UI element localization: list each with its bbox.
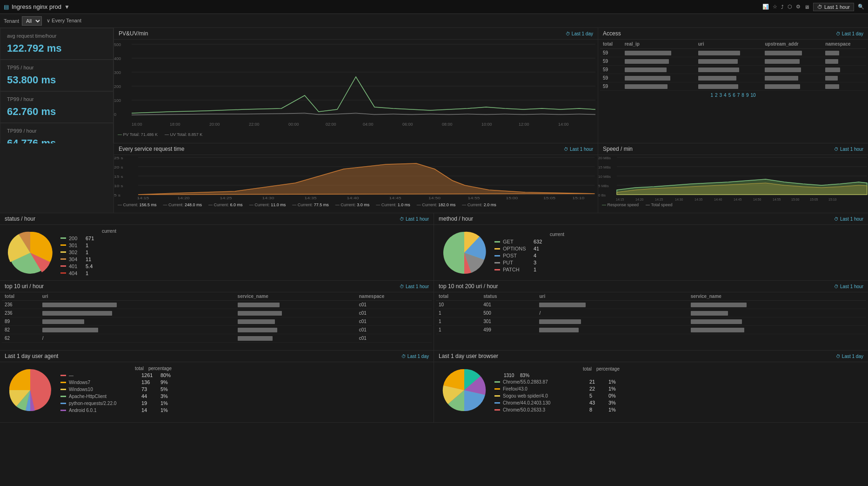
tenant-label: Tenant	[4, 18, 19, 24]
service-chart-panel: Every service request time Last 1 hour 2…	[114, 143, 598, 213]
status-time-badge[interactable]: Last 1 hour	[400, 216, 429, 222]
user-agent-legend: total percentage — 1261 80% Windows7 136…	[60, 366, 172, 414]
chart-icon[interactable]: 📊	[762, 4, 769, 10]
tenant-selector[interactable]: Tenant All	[4, 16, 42, 26]
pv-chart-area: 500 400 300 200 100 0 16:00 18:00 20:00 …	[114, 40, 598, 130]
tp99-panel: TP99 / hour 62.760 ms	[0, 91, 114, 123]
speed-header: Speed / min Last 1 hour	[598, 143, 868, 155]
svg-text:200: 200	[114, 84, 121, 89]
external-icon[interactable]: ⬡	[788, 4, 792, 10]
pv-title: PV&UV/min	[119, 30, 148, 37]
legend-302: 302 1	[60, 250, 116, 255]
svg-text:5 MBs: 5 MBs	[598, 184, 609, 188]
col-namespace: namespace	[822, 40, 866, 49]
avg-request-panel: avg request time/hour 122.792 ms	[0, 28, 114, 60]
svg-text:14:55: 14:55	[773, 198, 781, 201]
pv-legend-pv: — PV Total: 71.486 K	[118, 132, 158, 137]
legend-200: 200 671	[60, 236, 116, 241]
top10-not200-table-area: total status uri service_name 10 401	[434, 292, 868, 334]
app-title: Ingress nginx prod	[12, 3, 61, 10]
top10-uri-panel: top 10 uri / hour Last 1 hour total uri …	[0, 281, 434, 350]
svg-text:14:35: 14:35	[694, 198, 703, 201]
top10-uri-table: total uri service_name namespace 236 c01	[2, 292, 432, 343]
svg-text:04:00: 04:00	[363, 122, 374, 127]
table-row: 1 500 /	[436, 309, 866, 317]
method-pie-section: current GET 632 OPTIONS 41 POST 4	[434, 225, 868, 281]
speed-title: Speed / min	[603, 146, 633, 152]
tenant-dropdown[interactable]: All	[22, 16, 42, 26]
browser-row-chrome50: Chrome/50.0.2633.3 8 1%	[494, 407, 620, 412]
legend-304: 304 11	[60, 256, 116, 262]
legend-patch: PATCH 1	[494, 267, 564, 272]
svg-text:14:35: 14:35	[305, 196, 317, 200]
table-row: 59	[600, 66, 866, 74]
row2: Every service request time Last 1 hour 2…	[0, 143, 868, 213]
row3: status / hour Last 1 hour	[0, 213, 868, 281]
method-pie-container	[439, 227, 490, 278]
table-row: 1 499	[436, 326, 866, 334]
browser-row-chrome55: Chrome/55.0.2883.87 21 1%	[494, 379, 620, 385]
col-total: total	[600, 40, 622, 49]
search-icon[interactable]: 🔍	[858, 4, 864, 10]
top10-not200-header: top 10 not 200 uri / hour Last 1 hour	[434, 281, 868, 292]
svg-text:14:25: 14:25	[655, 198, 663, 201]
svg-text:14:20: 14:20	[635, 198, 644, 201]
top10-not200-time[interactable]: Last 1 hour	[834, 284, 863, 289]
method-title: method / hour	[439, 216, 473, 222]
svg-text:20 MBs: 20 MBs	[598, 156, 611, 160]
share-icon[interactable]: ⤴	[781, 4, 784, 10]
svg-text:00:00: 00:00	[288, 122, 299, 127]
ua-row-apache: Apache-HttpClient 44 3%	[60, 393, 172, 399]
method-time-badge[interactable]: Last 1 hour	[834, 216, 863, 222]
svg-text:14:40: 14:40	[347, 196, 359, 200]
settings-icon[interactable]: ⚙	[796, 4, 801, 10]
svg-marker-34	[138, 163, 595, 195]
svg-text:14:25: 14:25	[220, 196, 232, 200]
table-row: 59	[600, 49, 866, 57]
ua-row-android: Android 6.0.1 14 1%	[60, 407, 172, 413]
table-row: 89 c01	[2, 317, 432, 326]
pv-time-badge[interactable]: Last 1 day	[566, 31, 593, 36]
app-icon: ▤	[4, 4, 9, 10]
speed-chart-panel: Speed / min Last 1 hour 20 MBs 15 MBs 10…	[598, 143, 868, 213]
user-browser-time[interactable]: Last 1 day	[836, 354, 863, 359]
pv-chart-svg: 500 400 300 200 100 0 16:00 18:00 20:00 …	[114, 40, 598, 130]
svg-text:15 s: 15 s	[114, 175, 123, 179]
table-row: 236 c01	[2, 301, 432, 309]
svg-text:10:00: 10:00	[481, 122, 492, 127]
svg-text:15:10: 15:10	[572, 196, 584, 200]
legend-404: 404 1	[60, 270, 116, 276]
svg-text:14:45: 14:45	[389, 196, 401, 200]
method-chart-panel: method / hour Last 1 hour current	[434, 213, 868, 281]
svg-text:10 s: 10 s	[114, 184, 123, 188]
main-layout: avg request time/hour 122.792 ms TP95 / …	[0, 28, 868, 486]
svg-text:14:30: 14:30	[675, 198, 683, 201]
tp999-label: TP999 / hour	[7, 128, 107, 134]
svg-text:300: 300	[114, 70, 121, 75]
user-agent-time[interactable]: Last 1 day	[401, 354, 429, 359]
star-icon[interactable]: ☆	[773, 4, 777, 10]
status-chart-panel: status / hour Last 1 hour	[0, 213, 434, 281]
access-table-area: total real_ip uri upstream_addr namespac…	[598, 40, 868, 100]
svg-text:02:00: 02:00	[326, 122, 336, 127]
table-row: 59	[600, 57, 866, 66]
svg-text:25 s: 25 s	[114, 156, 123, 160]
method-header: method / hour Last 1 hour	[434, 213, 868, 225]
col-uri: uri	[695, 40, 762, 49]
top10-not200-title: top 10 not 200 uri / hour	[439, 283, 498, 290]
svg-text:22:00: 22:00	[249, 122, 260, 127]
title-dropdown-icon[interactable]: ▼	[64, 4, 70, 10]
svg-text:15:00: 15:00	[506, 196, 518, 200]
tp95-value: 53.800 ms	[7, 74, 107, 86]
browser-row-chrome44: Chrome/44.0.2403.130 43 3%	[494, 400, 620, 405]
service-time-badge[interactable]: Last 1 hour	[564, 147, 593, 152]
speed-time-badge[interactable]: Last 1 hour	[834, 147, 863, 152]
top10-uri-time[interactable]: Last 1 hour	[400, 284, 429, 289]
user-browser-title: Last 1 day user browser	[439, 353, 498, 359]
speed-chart-svg: 20 MBs 15 MBs 10 MBs 5 MBs 0 Bs 14:15 14…	[598, 155, 868, 202]
svg-text:14:40: 14:40	[714, 198, 722, 201]
service-header: Every service request time Last 1 hour	[114, 143, 598, 155]
access-time-badge[interactable]: Last 1 day	[836, 31, 863, 36]
monitor-icon[interactable]: 🖥	[804, 4, 809, 10]
time-range-button[interactable]: ⏱ Last 1 hour	[813, 3, 854, 11]
